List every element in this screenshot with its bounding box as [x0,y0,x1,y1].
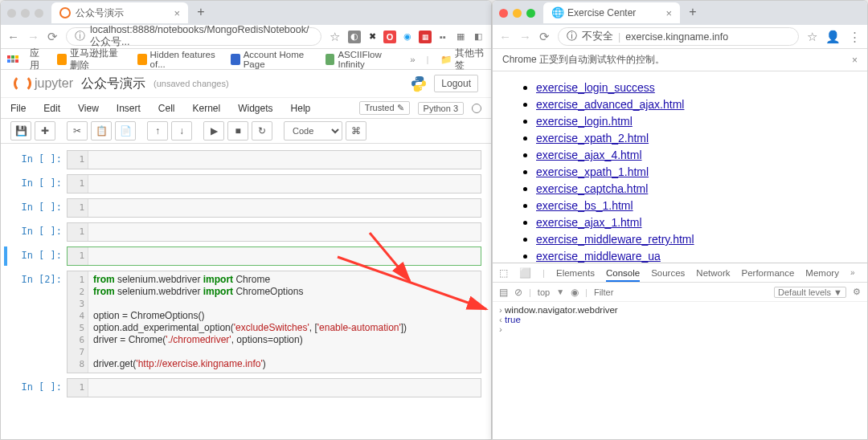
ext-icon[interactable]: ▦ [419,31,432,43]
devtools-tab-performance[interactable]: Performance [742,268,795,278]
copy-button[interactable]: 📋 [91,121,112,141]
restart-button[interactable]: ↻ [252,121,272,141]
menu-kernel[interactable]: Kernel [193,103,221,114]
menu-help[interactable]: Help [291,103,311,114]
devtools-tab-memory[interactable]: Memory [805,268,839,278]
code-editor[interactable] [88,379,481,397]
browser-tab[interactable]: 公众号演示 × [51,2,188,23]
back-icon[interactable]: ← [499,30,511,43]
sidebar-toggle-icon[interactable]: ▤ [499,287,508,298]
url-field[interactable]: ⓘ localhost:8888/notebooks/MongoRedisNot… [66,27,321,46]
add-cell-button[interactable]: ✚ [35,121,55,141]
ext-icon[interactable]: ▪▪ [436,31,449,43]
gear-icon[interactable]: ⚙ [853,287,861,297]
code-editor[interactable] [88,223,481,241]
ext-icon[interactable]: ◉ [401,31,414,43]
jupyter-logo[interactable]: jupyter [14,75,73,92]
ext-icon[interactable]: ◐ [348,31,361,43]
exercise-link[interactable]: exercise_xpath_2.html [536,132,649,145]
close-icon[interactable]: × [665,7,672,19]
browser-tab[interactable]: 🌐 Exercise Center × [543,2,680,23]
run-button[interactable]: ▶ [203,121,224,141]
code-cell[interactable]: In [ ]:1 [10,150,481,169]
move-down-button[interactable]: ↓ [171,121,192,141]
exercise-link[interactable]: exercise_advanced_ajax.html [536,98,684,111]
logout-button[interactable]: Logout [434,75,478,92]
command-palette-button[interactable]: ⌘ [346,121,366,141]
ext-icon[interactable]: ◧ [472,31,485,43]
max-dot[interactable] [35,9,43,18]
kernel-selector[interactable]: Python 3 [418,102,464,115]
code-cell[interactable]: In [ ]:1 [10,198,481,218]
menu-widgets[interactable]: Widgets [238,103,272,114]
menu-insert[interactable]: Insert [117,103,141,114]
devtools-tab-sources[interactable]: Sources [651,268,685,278]
profile-icon[interactable]: 👤 [825,30,841,44]
forward-icon[interactable]: → [27,30,39,43]
code-editor[interactable] [88,175,481,193]
device-icon[interactable]: ⬜ [519,267,531,279]
menu-file[interactable]: File [10,103,26,114]
exercise-link[interactable]: exercise_captcha.html [536,182,648,195]
eye-icon[interactable]: ◉ [571,287,579,298]
exercise-link[interactable]: exercise_ajax_1.html [536,216,642,229]
menu-icon[interactable]: ⋮ [849,30,861,44]
cell-type-select[interactable]: Code [284,121,342,141]
paste-button[interactable]: 📄 [115,121,136,141]
code-cell[interactable]: In [ ]:1 [10,174,481,194]
close-icon[interactable]: × [174,7,180,19]
exercise-link[interactable]: exercise_bs_1.html [536,199,633,212]
traffic-lights[interactable] [499,9,535,18]
save-button[interactable]: 💾 [10,121,31,141]
code-editor[interactable]: from selenium.webdriver import Chrome fr… [88,271,481,373]
menu-edit[interactable]: Edit [43,103,60,114]
back-icon[interactable]: ← [7,30,19,43]
code-cell[interactable]: In [2]:1 2 3 4 5 6 7 8from selenium.webd… [10,271,481,373]
max-dot[interactable] [526,9,535,18]
devtools-tab-elements[interactable]: Elements [556,268,595,278]
star-icon[interactable]: ☆ [330,30,340,44]
notebook-title[interactable]: 公众号演示 [81,75,145,92]
new-tab-button[interactable]: + [193,5,209,21]
exercise-link[interactable]: exercise_login_success [536,81,655,94]
min-dot[interactable] [21,9,30,18]
chevron-right-icon[interactable]: » [850,268,855,277]
cut-button[interactable]: ✂ [67,121,88,141]
exercise-link[interactable]: exercise_middleware_retry.html [536,233,694,246]
log-levels-select[interactable]: Default levels ▼ [774,287,846,298]
code-editor[interactable] [88,199,481,217]
bookmark-item[interactable]: Account Home Page [231,50,314,69]
exercise-link[interactable]: exercise_middleware_ua [536,250,661,263]
close-dot[interactable] [7,9,16,18]
ext-icon[interactable]: O [383,31,396,43]
exercise-link[interactable]: exercise_xpath_1.html [536,165,649,178]
traffic-lights[interactable] [7,9,43,18]
close-dot[interactable] [499,9,508,18]
menu-view[interactable]: View [78,103,99,114]
bookmark-item[interactable]: ASCIIFlow Infinity [326,50,399,69]
devtools-tab-console[interactable]: Console [606,268,640,282]
exercise-link[interactable]: exercise_login.html [536,115,633,128]
code-cell[interactable]: In [ ]:1 [10,246,481,266]
other-bookmarks[interactable]: 📁其他书签 [440,47,485,71]
menu-cell[interactable]: Cell [158,103,175,114]
context-select[interactable]: top [538,287,550,297]
code-cell[interactable]: In [ ]:1 [10,378,481,397]
devtools-tab-network[interactable]: Network [696,268,730,278]
chevron-right-icon[interactable]: » [410,55,415,64]
exercise-link[interactable]: exercise_ajax_4.html [536,149,642,161]
bookmark-item[interactable]: Hidden features of... [137,50,219,69]
clear-icon[interactable]: ⊘ [514,287,522,298]
console-output[interactable]: › window.navigator.webdriver ‹ true › [493,302,867,439]
code-cell[interactable]: In [ ]:1 [10,222,481,242]
notebook-area[interactable]: In [ ]:1In [ ]:1In [ ]:1In [ ]:1In [ ]:1… [1,144,491,440]
new-tab-button[interactable]: + [685,5,701,21]
forward-icon[interactable]: → [519,30,531,43]
stop-button[interactable]: ■ [227,121,248,141]
bookmark-item[interactable]: 应用 [30,47,46,71]
star-icon[interactable]: ☆ [807,30,817,44]
url-field[interactable]: ⓘ 不安全 | exercise.kingname.info [558,27,799,46]
inspect-icon[interactable]: ⬚ [499,267,508,279]
ext-icon[interactable]: ▦ [454,31,467,43]
close-icon[interactable]: × [852,55,858,66]
